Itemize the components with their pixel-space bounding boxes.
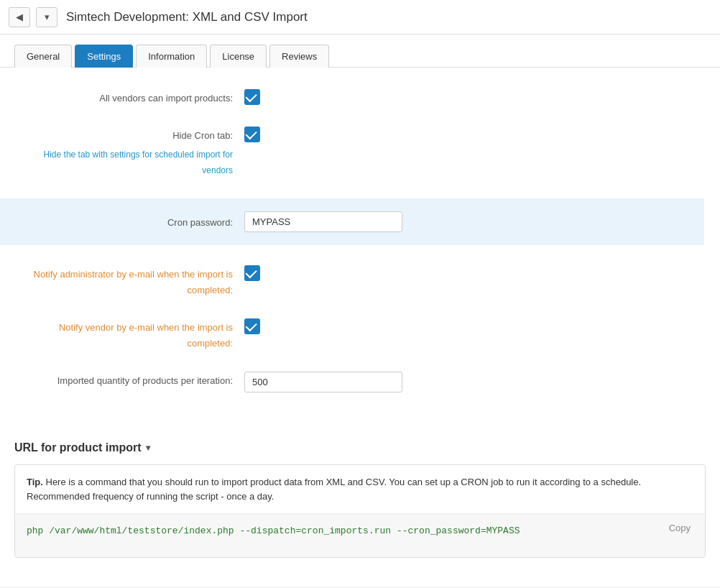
- notify-admin-row: Notify administrator by e-mail when the …: [29, 265, 675, 298]
- url-section-title: URL for product import: [14, 441, 142, 454]
- main-content: General Settings Information License Rev…: [0, 35, 720, 587]
- notify-admin-checkbox[interactable]: [244, 265, 260, 281]
- quantity-row: Imported quantity of products per iterat…: [29, 372, 675, 392]
- chevron-down-icon: ▾: [146, 443, 150, 453]
- page-title: Simtech Development: XML and CSV Import: [66, 10, 308, 24]
- tab-reviews[interactable]: Reviews: [269, 45, 329, 68]
- all-vendors-row: All vendors can import products:: [29, 89, 675, 106]
- tab-license[interactable]: License: [210, 45, 267, 68]
- notify-vendor-checkbox[interactable]: [244, 318, 260, 334]
- quantity-input[interactable]: [244, 372, 402, 392]
- tip-body: Here is a command that you should run to…: [27, 477, 641, 502]
- cron-password-label: Cron password:: [29, 213, 244, 231]
- hide-cron-row: Hide Cron tab: Hide the tab with setting…: [29, 127, 675, 178]
- notify-vendor-label: Notify vendor by e-mail when the import …: [29, 318, 244, 352]
- url-section: URL for product import ▾ Tip. Here is a …: [0, 441, 720, 558]
- quantity-label: Imported quantity of products per iterat…: [29, 372, 244, 389]
- url-section-header[interactable]: URL for product import ▾: [14, 441, 706, 454]
- tip-box: Tip. Here is a command that you should r…: [14, 464, 706, 558]
- tab-general[interactable]: General: [14, 45, 72, 68]
- hide-cron-sublabel: Hide the tab with settings for scheduled…: [29, 147, 233, 178]
- tip-label: Tip.: [27, 477, 43, 487]
- tip-text-area: Tip. Here is a command that you should r…: [15, 465, 705, 514]
- tab-information[interactable]: Information: [136, 45, 207, 68]
- hide-cron-checkbox[interactable]: [244, 127, 260, 142]
- settings-body: All vendors can import products: Hide Cr…: [0, 68, 704, 434]
- dropdown-button[interactable]: ▾: [36, 7, 57, 27]
- copy-button[interactable]: Copy: [665, 521, 695, 535]
- hide-cron-label-wrap: Hide Cron tab: Hide the tab with setting…: [29, 127, 244, 178]
- notify-vendor-row: Notify vendor by e-mail when the import …: [29, 318, 675, 352]
- tabs-bar: General Settings Information License Rev…: [0, 35, 720, 68]
- dropdown-icon: ▾: [45, 12, 50, 22]
- back-button[interactable]: ◀: [9, 7, 30, 27]
- notify-admin-label: Notify administrator by e-mail when the …: [29, 265, 244, 298]
- back-icon: ◀: [16, 12, 23, 22]
- all-vendors-checkbox[interactable]: [244, 89, 260, 105]
- top-bar: ◀ ▾ Simtech Development: XML and CSV Imp…: [0, 0, 720, 35]
- command-area: php /var/www/html/teststore/index.php --…: [15, 514, 705, 557]
- cron-password-input[interactable]: [244, 211, 402, 232]
- command-text: php /var/www/html/teststore/index.php --…: [27, 525, 520, 536]
- hide-cron-label: Hide Cron tab:: [29, 128, 233, 144]
- cron-password-row: Cron password:: [0, 198, 704, 245]
- tab-settings[interactable]: Settings: [75, 45, 133, 68]
- all-vendors-label: All vendors can import products:: [29, 89, 244, 106]
